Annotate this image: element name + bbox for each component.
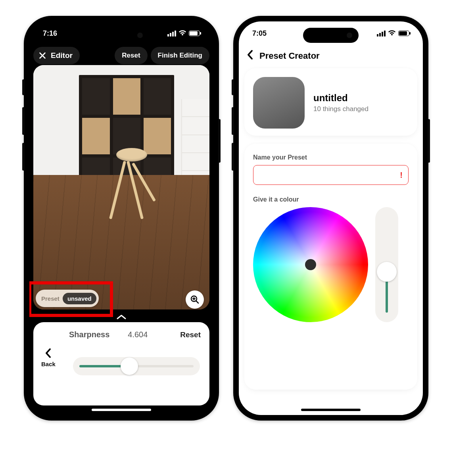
preset-chip-status: unsaved — [63, 293, 96, 304]
dynamic-island — [303, 28, 359, 43]
editor-header: Editor Reset Finish Editing — [33, 46, 209, 65]
screen-editor: 7:16 Editor Reset Finish Editing — [29, 21, 213, 415]
adjustment-panel: Sharpness 4.604 Reset Back — [33, 322, 209, 405]
back-button[interactable] — [247, 50, 254, 63]
panel-back-button[interactable]: Back — [41, 348, 56, 367]
status-time: 7:16 — [43, 29, 57, 38]
wifi-icon — [388, 29, 396, 38]
chevron-up-icon — [116, 314, 127, 320]
panel-expand-handle[interactable] — [116, 312, 127, 323]
preset-creator-header: Preset Creator — [247, 47, 415, 65]
phone-frame-preset-creator: 7:05 Preset Creator untitled 10 things c… — [233, 16, 428, 421]
preset-summary-card: untitled 10 things changed — [244, 68, 417, 136]
param-value: 4.604 — [128, 330, 148, 339]
colour-wheel-cursor[interactable] — [305, 259, 316, 270]
home-indicator[interactable] — [92, 409, 151, 411]
chevron-left-icon — [41, 348, 56, 361]
close-icon — [38, 51, 47, 60]
preset-chip-label: Preset — [41, 295, 60, 302]
battery-icon — [398, 31, 409, 36]
finish-editing-button[interactable]: Finish Editing — [151, 47, 209, 64]
page-title: Preset Creator — [259, 51, 320, 61]
preset-name: untitled — [313, 92, 369, 104]
wifi-icon — [178, 29, 186, 38]
preset-swatch — [253, 77, 305, 129]
param-reset-button[interactable]: Reset — [180, 330, 201, 339]
phone-frame-editor: 7:16 Editor Reset Finish Editing — [24, 16, 219, 421]
cellular-icon — [167, 31, 176, 37]
home-indicator[interactable] — [301, 409, 361, 411]
preset-form-card: Name your Preset ! Give it a colour — [244, 144, 417, 390]
screen-preset-creator: 7:05 Preset Creator untitled 10 things c… — [239, 21, 423, 415]
zoom-button[interactable] — [186, 290, 204, 309]
error-icon: ! — [400, 171, 403, 180]
colour-field-label: Give it a colour — [253, 196, 409, 203]
magnify-plus-icon — [190, 295, 200, 304]
svg-line-1 — [196, 301, 198, 303]
preset-subtitle: 10 things changed — [313, 105, 369, 113]
preview-image[interactable] — [33, 65, 209, 309]
chevron-left-icon — [247, 50, 254, 60]
battery-icon — [189, 31, 200, 36]
dynamic-island — [94, 28, 149, 43]
colour-wheel[interactable] — [253, 207, 368, 322]
close-editor-button[interactable]: Editor — [33, 47, 80, 64]
param-name: Sharpness — [69, 330, 109, 339]
status-time: 7:05 — [252, 29, 267, 38]
brightness-slider[interactable] — [375, 207, 398, 322]
slider-thumb[interactable] — [377, 262, 397, 282]
reset-button[interactable]: Reset — [115, 47, 147, 64]
preset-chip[interactable]: Preset unsaved — [36, 290, 99, 307]
name-field-label: Name your Preset — [253, 154, 409, 161]
preset-name-input[interactable]: ! — [253, 165, 409, 185]
editor-title: Editor — [51, 51, 73, 60]
sharpness-slider[interactable] — [73, 357, 200, 375]
cellular-icon — [377, 31, 386, 37]
slider-thumb[interactable] — [121, 357, 138, 375]
